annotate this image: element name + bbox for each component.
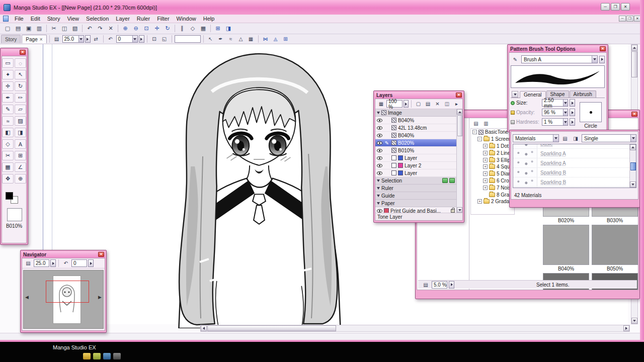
expander-icon[interactable]: + [483, 151, 488, 155]
restore-button[interactable]: ❐ [611, 3, 620, 11]
tool-fill[interactable]: ◧ [2, 128, 14, 137]
menu-selection[interactable]: Selection [83, 15, 112, 22]
tab-story[interactable]: Story [1, 35, 21, 43]
dropdown-icon[interactable] [553, 135, 558, 142]
brush-menu-button[interactable] [599, 56, 605, 63]
layers-titlebar[interactable]: Layers ✕ [375, 92, 463, 99]
new-page-button[interactable]: ▢ [3, 24, 13, 33]
layer-row-paper[interactable]: Print Guide and Basi... [375, 207, 456, 213]
visibility-icon[interactable] [377, 149, 382, 152]
expander-icon[interactable]: + [483, 158, 488, 162]
undo-button[interactable]: ↶ [85, 24, 95, 33]
tool-pattern-brush[interactable]: ▨ [15, 116, 26, 126]
tone-swatch-b040[interactable] [543, 225, 589, 265]
opacity-step-button[interactable] [570, 109, 575, 116]
visibility-icon[interactable] [377, 209, 382, 213]
material-item[interactable]: Clover A [513, 187, 629, 188]
navigator-view-rect[interactable] [46, 281, 89, 303]
new-folder-button[interactable]: ▤ [424, 100, 432, 108]
layer-group-paper[interactable]: Paper [375, 200, 456, 207]
size-step-button[interactable] [570, 99, 575, 107]
navigator-next-icon[interactable]: ▶ [98, 295, 102, 300]
menu-window[interactable]: Window [173, 15, 200, 22]
tab-menu-icon[interactable] [512, 91, 518, 98]
scroll-right-icon[interactable] [623, 325, 629, 331]
perspective-ruler-button[interactable]: ◬ [271, 35, 280, 43]
open-folder-button[interactable]: ▤ [560, 134, 570, 142]
close-icon[interactable]: ✕ [600, 46, 606, 51]
selection-apply-button[interactable] [449, 178, 455, 183]
layer-row[interactable]: 42L 13.48cm [375, 124, 456, 132]
navigator-rotate-box[interactable]: 0 [71, 259, 87, 267]
tool-brush[interactable]: ≈ [2, 116, 14, 126]
tool-frame-ruler[interactable]: ▦ [2, 162, 14, 172]
rotate-step-button[interactable] [139, 35, 144, 43]
zoom-value-box[interactable]: 25.0 [62, 35, 84, 43]
actual-size-button[interactable]: ◱ [160, 35, 169, 43]
zoom-step-button[interactable] [85, 35, 91, 43]
tab-airbrush[interactable]: Airbrush [570, 90, 596, 98]
zoom-out-button[interactable]: ⊖ [131, 24, 141, 33]
close-icon[interactable]: ✕ [456, 93, 462, 98]
expander-icon[interactable]: + [477, 199, 482, 204]
panel-grid-button[interactable]: ⊞ [281, 35, 290, 43]
paste-button[interactable]: ▧ [70, 24, 80, 33]
materials-scrollbar[interactable] [629, 144, 636, 188]
visibility-icon[interactable] [377, 141, 382, 145]
collapse-icon[interactable] [377, 179, 380, 182]
save-button[interactable]: ▣ [24, 24, 34, 33]
expander-icon[interactable]: + [483, 164, 488, 169]
taskbar-icon[interactable] [113, 353, 121, 359]
tool-gradient[interactable]: ◨ [15, 128, 26, 137]
brush-options-titlebar[interactable]: Pattern Brush Tool Options ✕ [509, 46, 607, 52]
zoom-dropdown-icon[interactable] [78, 36, 84, 42]
tab-close-icon[interactable]: × [40, 37, 43, 42]
zoom-display-icon[interactable]: ▤ [421, 281, 430, 289]
layer-group-image[interactable]: Image [375, 109, 456, 117]
tool-marker[interactable]: ✎ [2, 105, 14, 114]
navigator-zoom-box[interactable]: 25.0 [34, 259, 49, 267]
view-mode-combo[interactable]: Single [582, 134, 636, 142]
hardness-value-box[interactable]: 1 % [542, 118, 568, 126]
tool-pencil[interactable]: ✏ [15, 93, 26, 103]
titlebar[interactable]: Manga Studio EX - [[New Page] (21.00 * 2… [0, 0, 644, 15]
material-item[interactable]: Basic [513, 144, 629, 149]
tab-page[interactable]: Page × [22, 35, 46, 43]
tool-rectangle-select[interactable]: ▭ [2, 58, 14, 68]
tree-item-gradation[interactable]: +2 Gradation [471, 198, 514, 205]
rotate-view-button[interactable]: ↻ [163, 24, 173, 33]
opacity-value-box[interactable]: 96 % [542, 109, 568, 116]
frame-grid-button[interactable]: ▦ [247, 35, 256, 43]
taskbar-icon[interactable] [83, 353, 91, 359]
print-button[interactable]: ▥ [34, 24, 44, 33]
tone-swatch-b050[interactable] [592, 225, 638, 265]
tree-item-noise[interactable]: +7 Noise [471, 184, 514, 191]
thumbnail-size-button[interactable]: ▦ [377, 100, 385, 108]
menu-story[interactable]: Story [44, 15, 64, 22]
scroll-up-icon[interactable] [631, 45, 637, 51]
close-button[interactable]: ✕ [621, 3, 630, 11]
rotate-dropdown-icon[interactable] [132, 36, 137, 42]
materials-scroll-thumb[interactable] [630, 162, 636, 170]
snap-parallel-button[interactable]: ∥ [177, 24, 187, 33]
brush-tip-preview[interactable] [580, 102, 602, 122]
fit-page-button[interactable]: ⊡ [150, 35, 159, 43]
layer-row-selected[interactable]: ✎B020% [375, 139, 456, 147]
hardness-step-button[interactable] [570, 118, 575, 126]
tab-shape[interactable]: Shape [546, 90, 569, 98]
dropdown-icon[interactable] [630, 135, 636, 142]
tree-item-diamond[interactable]: +5 Diamond [471, 170, 514, 177]
layer-row[interactable]: Layer 2 [375, 162, 456, 169]
mdi-minimize-button[interactable]: ─ [619, 16, 626, 22]
materials-zoom-box[interactable]: 5.0 % [432, 281, 447, 289]
collapse-icon[interactable] [377, 202, 380, 205]
visibility-icon[interactable] [377, 126, 382, 130]
layer-row[interactable]: B040% [375, 117, 456, 124]
menu-file[interactable]: File [11, 15, 27, 22]
stroke-correct-button[interactable]: ≈ [226, 35, 235, 43]
expander-icon[interactable]: + [483, 171, 488, 176]
taskbar-app-button[interactable]: Manga Studio EX [53, 344, 96, 350]
view-list-button[interactable]: ▥ [481, 119, 491, 127]
expander-icon[interactable]: + [483, 178, 488, 183]
fit-window-button[interactable]: ⊡ [141, 24, 151, 33]
